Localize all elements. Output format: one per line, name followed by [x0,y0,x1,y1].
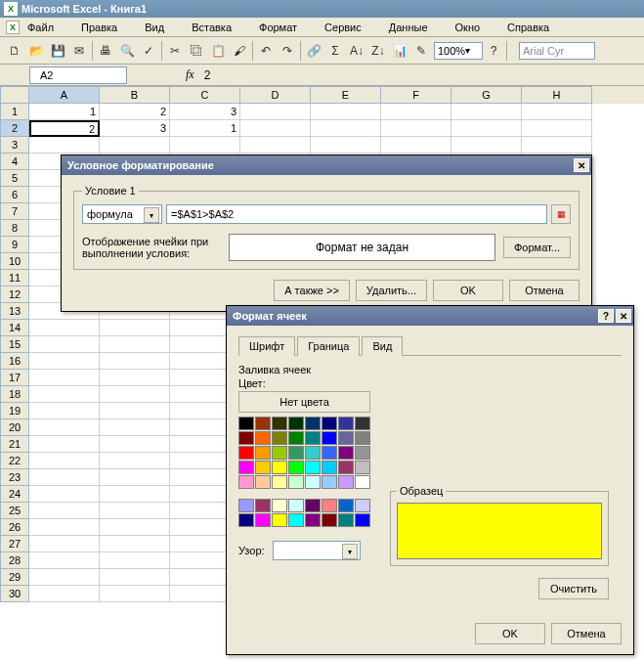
color-swatch[interactable] [322,513,337,527]
menu-file[interactable]: Файл [27,22,67,33]
cell[interactable]: 3 [100,120,170,137]
cell[interactable] [29,336,100,353]
column-header[interactable]: G [451,86,522,104]
row-header[interactable]: 14 [0,320,29,336]
color-swatch[interactable] [255,417,271,430]
color-swatch[interactable] [338,431,354,445]
color-swatch[interactable] [238,513,254,527]
cell[interactable] [100,469,170,486]
color-swatch[interactable] [255,513,271,527]
cell[interactable] [100,486,170,503]
color-swatch[interactable] [255,461,271,474]
cell[interactable] [100,419,170,436]
color-swatch[interactable] [238,431,254,445]
cell[interactable] [240,137,311,154]
help-icon[interactable]: ? [483,40,504,62]
color-swatch[interactable] [255,446,271,460]
cell[interactable]: 2 [29,120,100,137]
cut-icon[interactable]: ✂ [164,40,186,62]
ok-button[interactable]: OK [433,280,503,301]
color-swatch[interactable] [272,461,287,474]
cell[interactable] [100,436,170,453]
menu-edit[interactable]: Правка [81,22,131,33]
cell[interactable] [311,104,381,120]
dialog-titlebar[interactable]: Условное форматирование ✕ [62,155,591,175]
menu-format[interactable]: Формат [259,22,311,33]
tab-view[interactable]: Вид [362,336,403,356]
cell[interactable] [29,419,100,436]
menu-insert[interactable]: Вставка [192,22,245,33]
cell[interactable] [170,137,240,154]
cell[interactable] [29,137,100,154]
color-swatch[interactable] [288,513,304,527]
color-swatch[interactable] [288,499,304,512]
color-swatch[interactable] [322,499,337,512]
color-swatch[interactable] [255,499,271,512]
zoom-combo[interactable]: 100% ▾ [434,42,483,60]
column-header[interactable]: D [240,86,311,104]
cell[interactable] [100,403,170,419]
range-picker-icon[interactable]: ▦ [551,204,571,224]
ok-button[interactable]: OK [475,623,545,644]
color-swatch[interactable] [238,475,254,489]
fx-icon[interactable]: fx [186,67,194,82]
row-header[interactable]: 7 [0,203,29,220]
help-icon[interactable]: ? [598,309,614,323]
cell[interactable] [451,137,522,154]
cell[interactable] [100,336,170,353]
color-swatch[interactable] [338,475,354,489]
color-swatch[interactable] [355,417,370,430]
row-header[interactable]: 26 [0,519,29,536]
cell[interactable] [29,503,100,519]
menu-tools[interactable]: Сервис [324,22,375,33]
cell[interactable] [29,536,100,552]
mail-icon[interactable]: ✉ [68,40,90,62]
condition-type-combo[interactable]: формула [82,204,162,224]
column-header[interactable]: A [29,86,100,104]
cell[interactable] [100,569,170,586]
cell[interactable] [29,436,100,453]
row-header[interactable]: 29 [0,569,29,586]
chart-icon[interactable]: 📊 [389,40,410,62]
cell[interactable] [311,137,381,154]
color-swatch[interactable] [288,475,304,489]
color-swatch[interactable] [355,513,370,527]
dialog-titlebar[interactable]: Формат ячеек ? ✕ [227,306,633,326]
close-icon[interactable]: ✕ [574,158,589,172]
delete-button[interactable]: Удалить... [356,280,427,301]
cell[interactable] [381,104,451,120]
color-swatch[interactable] [272,417,287,430]
color-swatch[interactable] [305,417,321,430]
open-icon[interactable]: 📂 [25,40,47,62]
color-swatch[interactable] [305,446,321,460]
drawing-icon[interactable]: ✎ [410,40,432,62]
cell[interactable] [522,137,592,154]
color-swatch[interactable] [338,461,354,474]
cell[interactable] [29,469,100,486]
formula-input[interactable]: =$A$1>$A$2 [166,204,547,224]
tab-font[interactable]: Шрифт [238,336,295,356]
row-header[interactable]: 17 [0,370,29,386]
color-swatch[interactable] [305,461,321,474]
cell[interactable] [100,370,170,386]
row-header[interactable]: 10 [0,253,29,270]
spell-icon[interactable]: ✓ [138,40,159,62]
cell[interactable] [29,403,100,419]
color-swatch[interactable] [338,446,354,460]
new-icon[interactable]: 🗋 [4,40,25,62]
menu-data[interactable]: Данные [389,22,442,33]
redo-icon[interactable]: ↷ [277,40,298,62]
cell[interactable] [522,104,592,120]
color-swatch[interactable] [338,417,354,430]
color-swatch[interactable] [322,446,337,460]
color-swatch[interactable] [305,499,321,512]
row-header[interactable]: 25 [0,503,29,519]
color-swatch[interactable] [238,499,254,512]
color-swatch[interactable] [288,446,304,460]
cell[interactable] [240,104,311,120]
close-icon[interactable]: ✕ [616,309,631,323]
column-header[interactable]: E [311,86,381,104]
cell[interactable] [29,586,100,602]
format-button[interactable]: Формат... [503,237,571,258]
color-swatch[interactable] [288,417,304,430]
